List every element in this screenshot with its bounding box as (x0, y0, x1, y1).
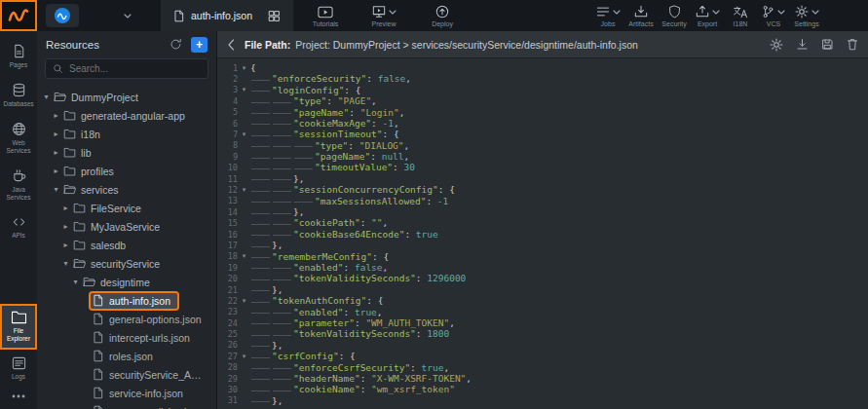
tree-folder-MyJavaService[interactable]: ▸MyJavaService (37, 217, 216, 236)
search-input[interactable] (69, 63, 201, 74)
indent-guide (272, 230, 293, 240)
chevron-right-icon[interactable]: ▸ (60, 222, 71, 231)
indent-guide (250, 164, 272, 173)
chevron-right-icon[interactable]: ▸ (60, 241, 71, 249)
tree-folder-services[interactable]: ▾services (37, 180, 216, 199)
tree-folder-lib[interactable]: ▸lib (37, 143, 216, 162)
tree-folder-designtime[interactable]: ▾designtime (37, 273, 216, 291)
pages-icon (12, 44, 26, 58)
chevron-right-icon[interactable]: ▸ (51, 167, 61, 175)
tree-file-intercept-urls.json[interactable]: intercept-urls.json (37, 328, 216, 347)
tree-item-label: lib (81, 147, 92, 159)
fold-marker-icon[interactable]: ▾ (238, 86, 250, 93)
sidebar-item-logs[interactable]: Logs (0, 350, 37, 388)
tree-item-label: service-info.json (109, 388, 183, 399)
indent-guide (250, 119, 272, 129)
chevron-down-icon[interactable]: ▾ (41, 93, 52, 101)
sidebar-item-web-services[interactable]: Web Services (0, 115, 37, 162)
tree-folder-i18n[interactable]: ▸i18n (37, 125, 216, 143)
code-text: "sessionTimeout": { (250, 129, 399, 140)
chevron-right-icon[interactable]: ▸ (51, 111, 61, 120)
download-file-icon[interactable] (796, 38, 809, 51)
topbar-item-label: Preview (372, 20, 396, 27)
tree-file-securityService_API.json[interactable]: securityService_API.json (37, 365, 216, 384)
collapse-panel-icon[interactable] (227, 39, 235, 51)
topbar-export-button[interactable]: Export (691, 0, 724, 31)
line-number: 7 (217, 130, 238, 139)
chevron-down-icon[interactable]: ▾ (60, 259, 71, 268)
tree-item-label: i18n (81, 129, 100, 140)
tree-folder-DummyProject[interactable]: ▾DummyProject (37, 88, 216, 106)
topbar-jobs-button[interactable]: Jobs (591, 0, 624, 31)
fold-marker-icon[interactable]: ▾ (238, 297, 250, 305)
fold-marker-icon[interactable]: ▾ (238, 64, 250, 72)
chevron-right-icon[interactable]: ▸ (51, 148, 61, 157)
indent-guide (250, 386, 272, 395)
chevron-right-icon[interactable]: ▸ (51, 130, 61, 138)
sidebar-item-more[interactable] (0, 388, 37, 405)
sidebar-item-databases[interactable]: Databases (0, 76, 37, 115)
code-line-8: 8"type": "DIALOG", (217, 140, 868, 151)
tree-folder-profiles[interactable]: ▸profiles (37, 162, 216, 180)
line-number: 10 (217, 163, 238, 172)
indent-guide (272, 119, 293, 129)
topbar-settings-button[interactable]: Settings (790, 0, 823, 31)
editor-settings-icon[interactable] (770, 38, 783, 52)
code-text: "type": "PAGE", (250, 95, 377, 107)
topbar-vcs-button[interactable]: VCS (757, 0, 790, 31)
code-line-3: 3▾"loginConfig": { (217, 85, 868, 95)
file-icon (93, 331, 104, 344)
project-button[interactable] (46, 4, 79, 27)
line-number: 3 (217, 85, 238, 94)
add-resource-button[interactable]: + (191, 37, 208, 53)
indent-guide (250, 318, 272, 328)
delete-file-icon[interactable] (847, 38, 858, 51)
indent-guide (250, 297, 272, 307)
indent-guide (250, 308, 272, 317)
indent-guide (250, 219, 272, 229)
chevron-down-icon[interactable]: ▾ (51, 185, 61, 194)
topbar-item-label: Settings (794, 20, 818, 27)
chevron-right-icon[interactable]: ▸ (60, 204, 71, 212)
tab-auth-info-json[interactable]: auth-info.json (173, 10, 252, 22)
topbar-i18n-button[interactable]: I18N (724, 0, 757, 31)
indent-guide (272, 186, 293, 196)
tree-folder-generated-angular-app[interactable]: ▸generated-angular-app (37, 106, 216, 125)
fold-marker-icon[interactable]: ▾ (238, 353, 250, 360)
sidebar-item-apis[interactable]: APIs (0, 208, 37, 246)
preview-icon (372, 5, 386, 19)
fold-marker-icon[interactable]: ▾ (238, 252, 250, 260)
tree-file-general-options.json[interactable]: general-options.json (37, 310, 216, 328)
code-text: "pageName": "Login", (250, 107, 404, 119)
sidebar-item-file-explorer[interactable]: File Explorer (0, 304, 37, 350)
wavemaker-logo-button[interactable] (0, 0, 37, 31)
tree-file-service-info.json[interactable]: service-info.json (37, 384, 216, 402)
tree-file-roles.json[interactable]: roles.json (37, 347, 216, 365)
topbar-tutorials-button[interactable]: Tutorials (309, 0, 342, 31)
topbar-security-button[interactable]: Security (658, 0, 691, 31)
code-editor[interactable]: 1▾{2"enforceSecurity": false,3▾"loginCon… (217, 58, 868, 409)
line-number: 4 (217, 96, 238, 106)
fold-marker-icon[interactable]: ▾ (238, 130, 250, 138)
chevron-down-icon[interactable]: ▾ (70, 278, 81, 286)
tree-file-wm-xss-policies.json[interactable]: wm-xss-policies.json (37, 402, 216, 409)
sidebar-item-pages[interactable]: Pages (0, 37, 37, 76)
fold-marker-icon[interactable]: ▾ (238, 186, 250, 194)
grid-icon[interactable] (268, 10, 281, 22)
topbar-artifacts-button[interactable]: Artifacts (624, 0, 658, 31)
refresh-icon[interactable] (170, 38, 182, 51)
tree-folder-FileService[interactable]: ▸FileService (37, 199, 216, 217)
topbar: auth-info.json TutorialsPreviewDeploy Jo… (0, 0, 868, 31)
save-file-icon[interactable] (821, 38, 834, 51)
line-number: 31 (217, 395, 238, 405)
tree-folder-securityService[interactable]: ▾securityService (37, 254, 216, 273)
tree-file-auth-info.json[interactable]: auth-info.json (37, 291, 216, 310)
topbar-preview-button[interactable]: Preview (367, 0, 400, 31)
resources-header: Resources + (37, 31, 216, 57)
line-number: 25 (217, 329, 238, 339)
tree-folder-salesdb[interactable]: ▸salesdb (37, 236, 216, 254)
code-line-25: 25"tokenValiditySeconds": 1800 (217, 328, 868, 339)
topbar-deploy-button[interactable]: Deploy (426, 0, 459, 31)
sidebar-item-java-services[interactable]: Java Services (0, 162, 37, 208)
project-menu-chevron-icon[interactable] (124, 14, 132, 19)
